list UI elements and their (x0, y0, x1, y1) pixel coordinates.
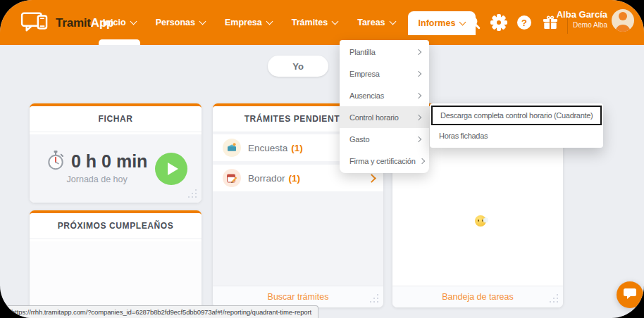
fichar-card-body: 0 h 0 min Jornada de hoy (30, 134, 202, 203)
card-resize-grip[interactable] (549, 293, 559, 303)
top-navigation-bar: TramitApp Inicio Personas Empresa Trámit… (0, 0, 644, 45)
menu-item-control-horario[interactable]: Control horario (340, 106, 429, 128)
submenu-item-descarga-cuadrante[interactable]: Descarga completa control horario (Cuadr… (431, 106, 602, 125)
nav-item-label: Trámites (292, 18, 328, 27)
avatar[interactable] (612, 9, 634, 32)
search-icon[interactable] (466, 15, 481, 30)
chevron-down-icon (130, 18, 137, 25)
search-procedures-link[interactable]: Buscar trámites (268, 292, 329, 302)
settings-gear-icon[interactable] (492, 15, 506, 30)
fichar-card: FICHAR 0 h 0 min (30, 103, 202, 203)
submenu-item-horas-fichadas[interactable]: Horas fichadas (431, 125, 602, 146)
worked-time-value: 0 h 0 min (71, 151, 147, 172)
menu-item-label: Gasto (349, 135, 369, 144)
chevron-right-icon (416, 114, 421, 120)
tasks-tray-link[interactable]: Bandeja de tareas (442, 292, 513, 302)
menu-item-label: Control horario (349, 113, 399, 122)
sleepy-face-emoji (475, 215, 486, 227)
nav-item-personas[interactable]: Personas (149, 0, 212, 45)
chevron-right-icon (419, 158, 424, 163)
app-window: TramitApp Inicio Personas Empresa Trámit… (0, 0, 644, 318)
nav-item-label: Inicio (103, 18, 126, 27)
user-menu[interactable]: Alba García Demo Alba (557, 9, 607, 30)
help-icon[interactable]: ? (517, 15, 531, 30)
user-subtitle: Demo Alba (557, 20, 607, 30)
gift-icon[interactable] (543, 15, 558, 30)
list-item-label: Borrador (248, 173, 285, 184)
chevron-right-icon (416, 92, 421, 98)
clock-in-play-button[interactable] (155, 153, 187, 185)
tramitapp-logo-icon (20, 10, 51, 37)
menu-item-label: Plantilla (349, 48, 376, 56)
control-horario-submenu: Descarga completa control horario (Cuadr… (430, 103, 603, 148)
nav-item-label: Personas (156, 18, 195, 27)
worked-time-subtitle: Jornada de hoy (67, 174, 128, 184)
survey-icon (223, 139, 241, 157)
chevron-right-icon (416, 70, 421, 76)
nav-item-empresa[interactable]: Empresa (218, 0, 279, 45)
user-name: Alba García (557, 9, 607, 20)
menu-item-empresa[interactable]: Empresa (340, 63, 429, 84)
fichar-card-title: FICHAR (99, 114, 133, 124)
screenshot-stage: TramitApp Inicio Personas Empresa Trámit… (0, 0, 644, 318)
topbar-icons: ? (466, 0, 558, 45)
chat-bubble-icon (623, 287, 637, 303)
card-resize-grip[interactable] (369, 293, 379, 303)
fichar-card-header: FICHAR (30, 106, 202, 132)
pending-procedures-footer: Buscar trámites (213, 286, 383, 307)
status-bar-url: https://rrhh.tramitapp.com/?companies_id… (11, 308, 311, 316)
menu-item-firma-certificacion[interactable]: Firma y certificación (340, 150, 429, 172)
submenu-item-label: Horas fichadas (439, 132, 488, 140)
list-item-count: (1) (289, 173, 301, 184)
tasks-tray-footer: Bandeja de tareas (392, 286, 563, 307)
birthdays-card-title: PRÓXIMOS CUMPLEAÑOS (58, 221, 174, 231)
birthdays-card: PRÓXIMOS CUMPLEAÑOS (30, 210, 202, 318)
nav-item-tareas[interactable]: Tareas (350, 0, 402, 45)
menu-item-ausencias[interactable]: Ausencias (340, 84, 429, 106)
main-nav: Inicio Personas Empresa Trámites Tareas … (96, 0, 481, 45)
card-resize-grip[interactable] (187, 189, 197, 198)
stopwatch-icon (47, 151, 65, 173)
chevron-right-icon (416, 136, 421, 141)
pending-procedures-title: TRÁMITES PENDIENTES (244, 114, 352, 124)
chevron-down-icon (199, 18, 206, 25)
chevron-right-icon (367, 174, 376, 183)
list-item-count: (1) (291, 143, 303, 153)
menu-item-label: Ausencias (349, 91, 384, 100)
chevron-down-icon (332, 18, 339, 25)
logo-text-dark: Tramit (56, 16, 91, 30)
chevron-right-icon (416, 49, 421, 54)
scope-toggle-yo[interactable]: Yo (268, 56, 328, 77)
chat-button[interactable] (617, 281, 643, 308)
worked-time-group: 0 h 0 min Jornada de hoy (47, 151, 147, 184)
menu-item-plantilla[interactable]: Plantilla (340, 41, 429, 63)
informes-dropdown-menu: Plantilla Empresa Ausencias Control hora… (340, 40, 429, 173)
nav-item-label: Tareas (357, 18, 385, 27)
scope-toggle-label: Yo (292, 61, 304, 72)
menu-item-label: Firma y certificación (349, 157, 416, 165)
nav-item-label: Informes (419, 18, 456, 28)
chevron-down-icon (459, 18, 466, 25)
nav-item-inicio[interactable]: Inicio (96, 0, 143, 45)
browser-status-bar: https://rrhh.tramitapp.com/?companies_id… (0, 305, 318, 318)
chevron-down-icon (389, 18, 396, 25)
draft-icon (223, 169, 241, 187)
nav-item-informes[interactable]: Informes (408, 11, 476, 35)
nav-item-label: Empresa (225, 18, 262, 27)
menu-item-gasto[interactable]: Gasto (340, 128, 429, 150)
help-glyph: ? (517, 15, 531, 30)
chevron-down-icon (266, 18, 273, 25)
list-item-label: Encuesta (248, 143, 287, 153)
menu-item-label: Empresa (349, 70, 380, 78)
submenu-item-label: Descarga completa control horario (Cuadr… (440, 111, 593, 120)
birthdays-card-header: PRÓXIMOS CUMPLEAÑOS (30, 213, 202, 239)
nav-item-tramites[interactable]: Trámites (285, 0, 345, 45)
